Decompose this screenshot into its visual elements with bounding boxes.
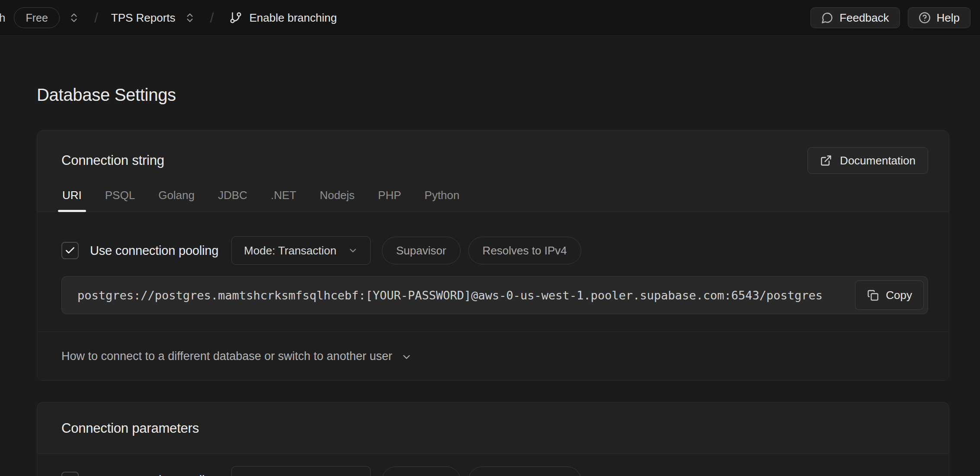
pooling-mode-select[interactable]: Mode: Transaction bbox=[231, 236, 371, 265]
feedback-label: Feedback bbox=[839, 11, 889, 25]
tab-psql[interactable]: PSQL bbox=[104, 185, 136, 212]
connection-string-body: Use connection pooling Mode: Transaction… bbox=[37, 212, 949, 331]
use-pooling-checkbox[interactable] bbox=[61, 242, 79, 259]
supavisor-badge: Supavisor bbox=[382, 237, 461, 264]
use-pooling-label: Use connection pooling bbox=[90, 244, 218, 258]
copy-label: Copy bbox=[886, 289, 912, 302]
tab-python[interactable]: Python bbox=[424, 185, 461, 212]
connection-string-header: Connection string Documentation bbox=[37, 131, 949, 174]
documentation-button[interactable]: Documentation bbox=[807, 147, 928, 174]
resolves-ipv4-badge: Resolves to IPv4 bbox=[468, 466, 581, 476]
how-to-connect-toggle[interactable]: How to connect to a different database o… bbox=[37, 331, 949, 380]
topbar-actions: Feedback Help bbox=[810, 7, 970, 28]
pooling-row: Use connection pooling Mode: Transaction… bbox=[61, 466, 928, 476]
how-to-connect-label: How to connect to a different database o… bbox=[61, 350, 392, 363]
org-name-truncated[interactable]: h bbox=[0, 11, 5, 25]
enable-branching-label: Enable branching bbox=[249, 11, 336, 25]
chevron-down-icon bbox=[401, 351, 412, 363]
connection-string-title: Connection string bbox=[61, 153, 164, 168]
supavisor-badge: Supavisor bbox=[382, 466, 461, 476]
tab-nodejs[interactable]: Nodejs bbox=[319, 185, 355, 212]
use-pooling-checkbox[interactable] bbox=[61, 472, 79, 476]
copy-icon bbox=[867, 289, 879, 301]
use-pooling-label: Use connection pooling bbox=[90, 473, 218, 476]
pooling-mode-value: Mode: Transaction bbox=[244, 244, 336, 257]
topbar: h Free / TPS Reports / Enable branching … bbox=[0, 0, 980, 36]
pooling-mode-value: Mode: Transaction bbox=[244, 474, 336, 476]
help-button[interactable]: Help bbox=[908, 7, 970, 28]
connection-string-value: postgres://postgres.mamtshcrksmfsqlhcebf… bbox=[62, 289, 823, 302]
enable-branching-button[interactable]: Enable branching bbox=[229, 11, 336, 25]
connection-string-field[interactable]: postgres://postgres.mamtshcrksmfsqlhcebf… bbox=[61, 276, 928, 314]
external-link-icon bbox=[820, 154, 832, 167]
project-switcher-button[interactable] bbox=[183, 10, 197, 25]
check-icon bbox=[64, 245, 76, 256]
breadcrumb-separator: / bbox=[94, 10, 98, 26]
message-circle-icon bbox=[821, 12, 833, 24]
breadcrumb: h Free / TPS Reports / Enable branching bbox=[0, 7, 337, 28]
connection-parameters-card: Connection parameters Use connection poo… bbox=[37, 402, 949, 476]
documentation-label: Documentation bbox=[840, 154, 916, 167]
tab-uri[interactable]: URI bbox=[61, 185, 83, 212]
connection-parameters-title: Connection parameters bbox=[61, 421, 925, 436]
project-name[interactable]: TPS Reports bbox=[111, 11, 176, 25]
page-title: Database Settings bbox=[37, 84, 949, 105]
help-circle-icon bbox=[919, 12, 931, 24]
feedback-button[interactable]: Feedback bbox=[810, 7, 900, 28]
tab-golang[interactable]: Golang bbox=[157, 185, 195, 212]
pooling-row: Use connection pooling Mode: Transaction… bbox=[61, 236, 928, 265]
chevrons-up-down-icon bbox=[68, 12, 80, 23]
tab-jdbc[interactable]: JDBC bbox=[217, 185, 248, 212]
resolves-ipv4-badge: Resolves to IPv4 bbox=[468, 237, 581, 264]
chevron-down-icon bbox=[348, 245, 358, 256]
help-label: Help bbox=[937, 11, 960, 25]
tab-php[interactable]: PHP bbox=[377, 185, 402, 212]
pooling-mode-select[interactable]: Mode: Transaction bbox=[231, 466, 371, 476]
plan-badge[interactable]: Free bbox=[14, 7, 59, 28]
breadcrumb-separator: / bbox=[210, 10, 214, 26]
org-switcher-button[interactable] bbox=[67, 10, 81, 25]
main-content: Database Settings Connection string Docu… bbox=[0, 84, 980, 476]
tab-dotnet[interactable]: .NET bbox=[270, 185, 297, 212]
connection-string-tabs: URI PSQL Golang JDBC .NET Nodejs PHP Pyt… bbox=[37, 185, 949, 212]
chevrons-up-down-icon bbox=[184, 12, 195, 23]
connection-parameters-body: Use connection pooling Mode: Transaction… bbox=[37, 454, 949, 476]
connection-string-card: Connection string Documentation URI PSQL… bbox=[37, 130, 949, 381]
copy-button[interactable]: Copy bbox=[855, 280, 924, 310]
git-branch-icon bbox=[229, 11, 242, 24]
connection-parameters-header: Connection parameters bbox=[37, 402, 949, 454]
app-root: h Free / TPS Reports / Enable branching … bbox=[0, 0, 980, 476]
